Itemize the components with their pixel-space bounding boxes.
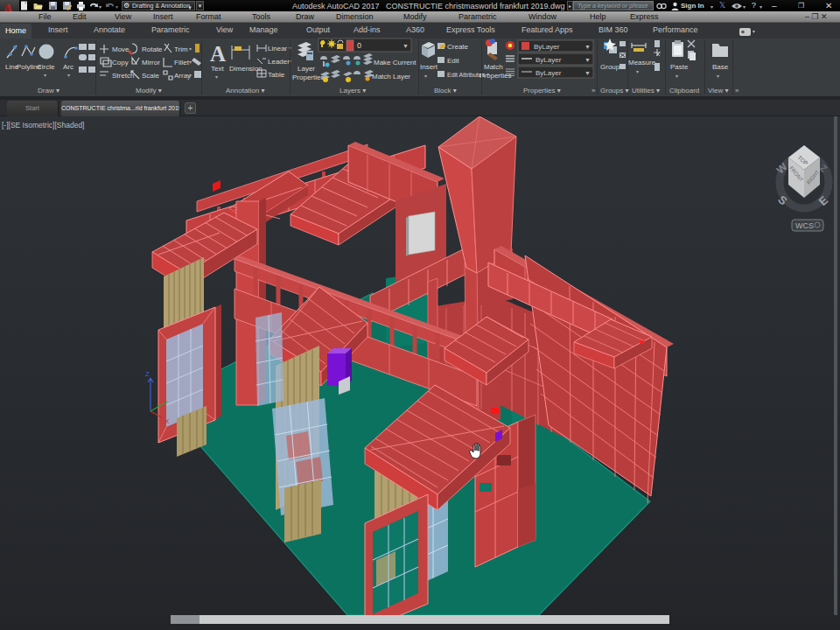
svg-text:Fillet: Fillet xyxy=(174,59,190,66)
svg-text:Stretch: Stretch xyxy=(112,72,134,80)
svg-text:Insert: Insert xyxy=(420,63,438,71)
svg-text:WCS: WCS xyxy=(795,221,814,230)
svg-text:Base: Base xyxy=(712,63,729,71)
svg-text:Edit: Edit xyxy=(447,57,460,65)
svg-text:Z: Z xyxy=(145,370,150,378)
svg-text:▼: ▼ xyxy=(584,44,591,50)
svg-text:Paste: Paste xyxy=(670,63,689,71)
svg-text:Trim: Trim xyxy=(174,46,188,53)
svg-text:A: A xyxy=(210,42,226,66)
svg-text:▾: ▾ xyxy=(189,46,192,52)
svg-text:Mirror: Mirror xyxy=(142,59,160,66)
svg-text:ByLayer: ByLayer xyxy=(536,69,562,77)
svg-text:Measure: Measure xyxy=(628,59,656,66)
svg-text:▼: ▼ xyxy=(584,57,591,63)
svg-text:▾: ▾ xyxy=(636,69,639,74)
svg-text:Leader: Leader xyxy=(268,58,290,66)
svg-text:▾: ▾ xyxy=(189,73,192,78)
svg-text:▼: ▼ xyxy=(402,43,409,49)
svg-text:▾: ▾ xyxy=(215,74,218,80)
svg-text:Linear: Linear xyxy=(268,45,288,52)
svg-text:Scale: Scale xyxy=(142,72,160,80)
svg-text:Circle: Circle xyxy=(37,63,55,71)
svg-text:Make Current: Make Current xyxy=(374,59,416,66)
svg-text:Layer: Layer xyxy=(298,65,315,73)
svg-text:Match Layer: Match Layer xyxy=(372,73,410,80)
svg-text:Move: Move xyxy=(112,46,130,53)
svg-text:▾: ▾ xyxy=(717,74,719,79)
svg-text:Arc: Arc xyxy=(63,63,74,71)
svg-text:X: X xyxy=(164,417,170,425)
svg-text:Properties: Properties xyxy=(292,74,324,81)
svg-text:▾: ▾ xyxy=(189,60,192,65)
svg-text:ByLayer: ByLayer xyxy=(536,56,562,64)
svg-text:0: 0 xyxy=(357,41,361,50)
svg-text:▾: ▾ xyxy=(676,74,678,79)
svg-text:▾: ▾ xyxy=(44,73,46,78)
svg-text:Rotate: Rotate xyxy=(142,46,163,53)
svg-text:Text: Text xyxy=(211,65,224,73)
svg-text:Copy: Copy xyxy=(112,59,129,66)
svg-text:▾: ▾ xyxy=(67,73,70,78)
svg-text:Table: Table xyxy=(268,71,285,79)
svg-text:▾: ▾ xyxy=(424,74,427,79)
svg-text:ByLayer: ByLayer xyxy=(534,43,560,51)
svg-text:Group: Group xyxy=(600,63,620,71)
svg-text:Create: Create xyxy=(447,43,469,51)
svg-text:▼: ▼ xyxy=(584,70,591,76)
svg-text:Match: Match xyxy=(484,63,503,71)
